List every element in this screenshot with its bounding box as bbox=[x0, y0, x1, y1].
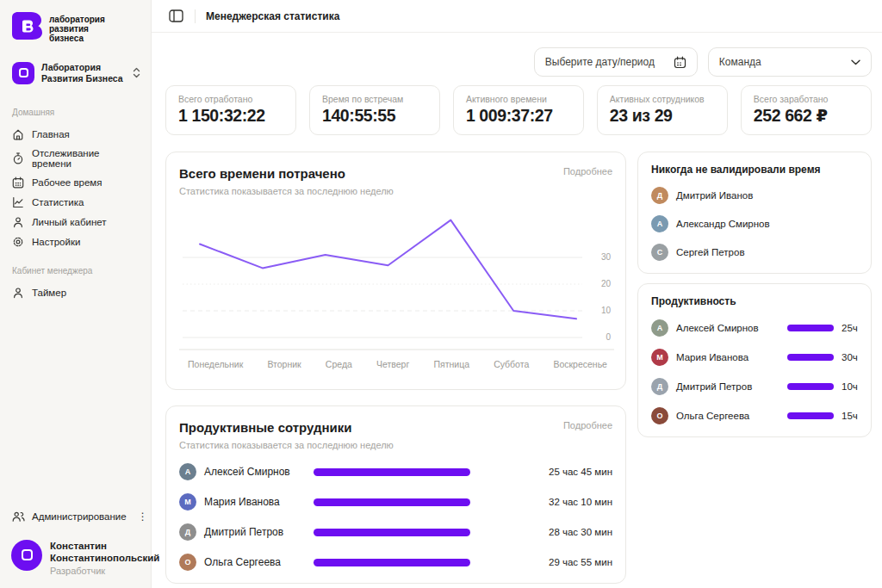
person-name: Дмитрий Иванов bbox=[676, 190, 753, 201]
stat-card-label: Активного времени bbox=[466, 94, 571, 104]
sidebar-item-label: Настройки bbox=[32, 237, 80, 247]
stat-card-value: 140:55:55 bbox=[322, 106, 427, 126]
person-name: Мария Иванова bbox=[676, 352, 780, 362]
productivity-bar bbox=[787, 325, 834, 331]
person-name: Алексей Смирнов bbox=[676, 323, 780, 333]
list-item[interactable]: ААлександр Смирнов bbox=[651, 215, 858, 232]
hours-value: 10ч bbox=[842, 381, 858, 392]
time-value: 28 час 30 мин bbox=[478, 527, 612, 537]
productivity-bar bbox=[787, 412, 834, 419]
divider bbox=[195, 9, 196, 23]
workspace-selector[interactable]: Лаборатория Развития Бизнеса bbox=[10, 59, 142, 87]
productivity-bar bbox=[787, 354, 834, 361]
date-picker-placeholder: Выберите дату/период bbox=[545, 56, 667, 68]
sidebar-item-отслеживание-времени[interactable]: Отслеживание времени bbox=[10, 145, 142, 173]
avatar: О bbox=[651, 407, 668, 424]
list-item[interactable]: ДДмитрий Петров10ч bbox=[651, 378, 858, 395]
time-spent-card: Всего времени потрачено Статистика показ… bbox=[165, 152, 626, 390]
calendar-icon bbox=[674, 56, 686, 69]
profile-role: Разработчик bbox=[50, 566, 159, 576]
list-item[interactable]: ММария Иванова30ч bbox=[651, 349, 858, 366]
chart-x-label: Четверг bbox=[376, 359, 409, 369]
hours-value: 30ч bbox=[842, 352, 858, 362]
sidebar-item-label: Рабочее время bbox=[32, 177, 102, 188]
sidebar-item-главная[interactable]: Главная bbox=[10, 125, 142, 145]
stat-card-value: 1 150:32:22 bbox=[178, 106, 283, 126]
date-period-picker[interactable]: Выберите дату/период bbox=[534, 47, 698, 77]
stat-card-value: 1 009:37:27 bbox=[466, 106, 571, 126]
productive-employees-card: Продуктивные сотрудники Статистика показ… bbox=[165, 405, 626, 584]
administration-label: Администрирование bbox=[32, 511, 127, 522]
gear-icon bbox=[12, 236, 24, 248]
chart-x-label: Воскресенье bbox=[553, 359, 607, 369]
stat-card: Всего заработано252 662 ₽ bbox=[741, 85, 872, 135]
avatar bbox=[11, 540, 42, 571]
avatar: А bbox=[651, 215, 668, 232]
avatar: Д bbox=[651, 187, 668, 204]
kebab-menu-icon[interactable]: ⋮ bbox=[134, 511, 152, 522]
hours-value: 15ч bbox=[842, 411, 858, 421]
stat-card: Время по встречам140:55:55 bbox=[309, 85, 440, 135]
sidebar-item-личный-кабинет[interactable]: Личный кабинет bbox=[10, 213, 142, 232]
stat-card-label: Активных сотрудников bbox=[610, 94, 715, 104]
sidebar-item-статистика[interactable]: Статистика bbox=[10, 193, 142, 213]
profile-name: Константин Константинопольский bbox=[50, 540, 159, 564]
sidebar-item-label: Личный кабинет bbox=[32, 217, 107, 227]
stat-cards-row: Всего отработано1 150:32:22Время по встр… bbox=[165, 85, 872, 135]
employee-bar bbox=[314, 559, 470, 566]
stat-card-label: Всего заработано bbox=[754, 94, 859, 104]
users-icon bbox=[12, 511, 25, 523]
time-spent-more-link[interactable]: Подробнее bbox=[563, 166, 612, 176]
person-name: Дмитрий Петров bbox=[204, 526, 306, 538]
sidebar-item-рабочее-время[interactable]: Рабочее время bbox=[10, 173, 142, 193]
workspace-icon bbox=[12, 62, 34, 84]
never-validated-rows: ДДмитрий ИвановААлександр СмирновССергей… bbox=[651, 187, 858, 261]
sidebar-item-настройки[interactable]: Настройки bbox=[10, 232, 142, 252]
stat-card-label: Время по встречам bbox=[322, 94, 427, 104]
table-row[interactable]: ММария Иванова32 час 10 мин bbox=[179, 493, 612, 511]
chart-y-tick: 20 bbox=[601, 279, 611, 288]
home-icon bbox=[12, 128, 24, 140]
avatar: О bbox=[179, 554, 196, 571]
person-name: Сергей Петров bbox=[676, 247, 745, 257]
avatar: М bbox=[179, 493, 196, 511]
list-item[interactable]: ААлексей Смирнов25ч bbox=[651, 319, 858, 337]
sidebar-item-label: Главная bbox=[32, 129, 70, 139]
productivity-bar bbox=[787, 383, 834, 390]
table-row[interactable]: ООльга Сергеева29 час 55 мин bbox=[179, 554, 612, 571]
line-chart: 3020100 ПонедельникВторникСредаЧетвергПя… bbox=[179, 208, 612, 377]
hours-value: 25ч bbox=[842, 323, 858, 333]
list-item[interactable]: ООльга Сергеева15ч bbox=[651, 407, 858, 424]
team-select-label: Команда bbox=[719, 56, 844, 68]
chevron-up-down-icon bbox=[133, 67, 140, 78]
team-select[interactable]: Команда bbox=[708, 47, 872, 77]
sidebar-item-label: Статистика bbox=[32, 197, 84, 207]
chart-y-tick: 30 bbox=[601, 252, 611, 262]
list-item[interactable]: ССергей Петров bbox=[651, 244, 858, 261]
chevron-down-icon bbox=[851, 59, 860, 65]
chart-x-label: Пятница bbox=[433, 359, 469, 369]
page-title: Менеджерская статистика bbox=[206, 10, 339, 22]
sidebar-item-administration[interactable]: Администрирование ⋮ bbox=[10, 507, 142, 526]
calendar-clock-icon bbox=[12, 176, 24, 189]
employees-title: Продуктивные сотрудники bbox=[179, 420, 394, 435]
person-name: Ольга Сергеева bbox=[204, 556, 306, 568]
table-row[interactable]: ДДмитрий Петров28 час 30 мин bbox=[179, 523, 612, 541]
user-profile[interactable]: Константин Константинопольский Разработч… bbox=[10, 540, 142, 576]
topbar: Менеджерская статистика bbox=[152, 0, 882, 33]
avatar: Д bbox=[179, 523, 196, 541]
brand-logo-text: лаборатория развития бизнеса bbox=[49, 12, 109, 44]
employees-more-link[interactable]: Подробнее bbox=[563, 420, 612, 430]
list-item[interactable]: ДДмитрий Иванов bbox=[651, 187, 858, 204]
avatar: С bbox=[651, 244, 668, 261]
chart-x-label: Суббота bbox=[494, 359, 529, 369]
productivity-rows: ААлексей Смирнов25чММария Иванова30чДДми… bbox=[651, 319, 858, 424]
table-row[interactable]: ААлексей Смирнов25 час 45 мин bbox=[179, 463, 612, 480]
user-icon bbox=[12, 216, 24, 228]
sidebar-item-таймер[interactable]: Таймер bbox=[10, 283, 142, 303]
time-value: 25 час 45 мин bbox=[478, 467, 612, 477]
stopwatch-icon bbox=[12, 152, 24, 164]
sidebar: лаборатория развития бизнеса Лаборатория… bbox=[0, 0, 152, 588]
sidebar-toggle-icon[interactable] bbox=[167, 8, 184, 25]
chart-x-label: Понедельник bbox=[188, 359, 243, 369]
